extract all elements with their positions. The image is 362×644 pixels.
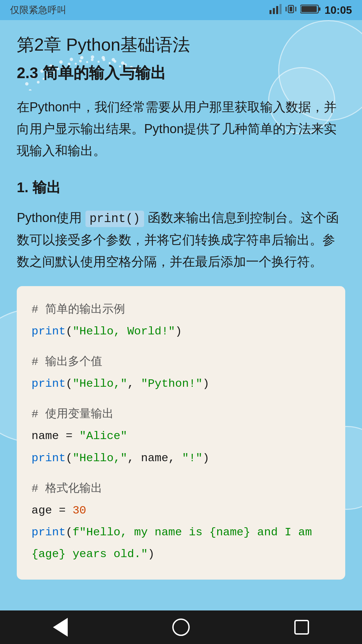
svg-rect-34: [276, 6, 278, 14]
intro-paragraph: 在Python中，我们经常需要从用户那里获取输入数据，并向用户显示输出结果。Py…: [17, 96, 345, 161]
code-line-3b: print("Hello,", name, "!"): [32, 448, 330, 469]
code-keyword-print-2: print: [32, 377, 66, 390]
code-paren-close-2: ): [202, 377, 209, 390]
code-keyword-print-4: print: [32, 526, 66, 539]
code-keyword-print-1: print: [32, 325, 66, 338]
svg-rect-37: [290, 7, 292, 11]
code-line-3a: name = "Alice": [32, 426, 330, 446]
code-number-30: 30: [72, 504, 86, 517]
vibrate-icon: [286, 4, 296, 16]
code-section-4: # 格式化输出 age = 30 print(f"Hello, my name …: [32, 479, 330, 565]
code-comment-2: # 输出多个值: [32, 352, 330, 372]
chapter-title: 第2章 Python基础语法: [17, 34, 345, 56]
code-comment-1: # 简单的输出示例: [32, 300, 330, 320]
body-text-part1: Python使用: [17, 211, 85, 225]
code-string-alice: "Alice": [79, 430, 127, 442]
code-paren-close-4: ): [148, 548, 155, 560]
status-bar: 仅限紧急呼叫 10:05: [0, 0, 362, 20]
code-string-fstring-2: {age} years old.": [32, 548, 148, 560]
code-string-3b: "!": [182, 452, 202, 465]
svg-rect-41: [318, 7, 320, 11]
code-string-3a: "Hello,": [72, 452, 127, 465]
code-string-fstring-1: f"Hello, my name is {name} and I am: [72, 526, 312, 539]
main-content: 第2章 Python基础语法 2.3 简单的输入与输出 在Python中，我们经…: [0, 20, 362, 603]
svg-rect-42: [301, 6, 317, 12]
section-title: 2.3 简单的输入与输出: [17, 63, 345, 83]
code-comma-2: ,: [127, 377, 141, 390]
svg-rect-38: [286, 7, 287, 11]
code-comment-3: # 使用变量输出: [32, 404, 330, 425]
subsection-title-output: 1. 输出: [17, 178, 345, 197]
battery-icon: [300, 4, 320, 16]
code-line-4b: print(f"Hello, my name is {name} and I a…: [32, 522, 330, 543]
code-comment-4: # 格式化输出: [32, 479, 330, 499]
home-button[interactable]: [168, 614, 194, 641]
recents-button[interactable]: [288, 614, 315, 641]
code-line-1: print("Hello, World!"): [32, 321, 330, 342]
code-section-3: # 使用变量输出 name = "Alice" print("Hello,", …: [32, 404, 330, 469]
code-paren-2: (: [66, 377, 72, 390]
code-paren-1: (: [66, 325, 72, 338]
code-paren-close-3: ): [202, 452, 209, 465]
code-line-4a: age = 30: [32, 500, 330, 521]
code-string-2a: "Hello,": [72, 377, 127, 390]
signal-icon: [269, 4, 282, 16]
back-icon: [53, 618, 68, 637]
code-paren-close-1: ): [175, 325, 182, 338]
svg-rect-33: [273, 8, 275, 14]
code-plain-age: age =: [32, 504, 72, 517]
code-line-4c: {age} years old."): [32, 544, 330, 565]
svg-rect-39: [295, 7, 296, 11]
code-block: # 简单的输出示例 print("Hello, World!") # 输出多个值…: [17, 286, 345, 580]
code-plain-name: name =: [32, 430, 79, 442]
status-right-group: 10:05: [269, 4, 352, 16]
svg-rect-35: [280, 4, 282, 14]
code-section-1: # 简单的输出示例 print("Hello, World!"): [32, 300, 330, 342]
home-icon: [172, 619, 190, 636]
code-line-2: print("Hello,", "Python!"): [32, 374, 330, 394]
emergency-text: 仅限紧急呼叫: [10, 4, 66, 16]
code-string-1: "Hello, World!": [72, 325, 175, 338]
clock-time: 10:05: [324, 4, 352, 16]
back-button[interactable]: [47, 614, 74, 641]
inline-code-print: print(): [85, 211, 144, 227]
code-section-2: # 输出多个值 print("Hello,", "Python!"): [32, 352, 330, 394]
svg-rect-32: [269, 10, 272, 14]
navigation-bar: [0, 610, 362, 644]
code-keyword-print-3: print: [32, 452, 66, 465]
body-paragraph-1: Python使用 print() 函数来输出信息到控制台。这个函数可以接受多个参…: [17, 207, 345, 272]
code-paren-4: (: [66, 526, 72, 539]
code-paren-3: (: [66, 452, 72, 465]
code-string-2b: "Python!": [141, 377, 202, 390]
recents-icon: [294, 620, 309, 635]
code-comma-3: , name,: [127, 452, 182, 465]
